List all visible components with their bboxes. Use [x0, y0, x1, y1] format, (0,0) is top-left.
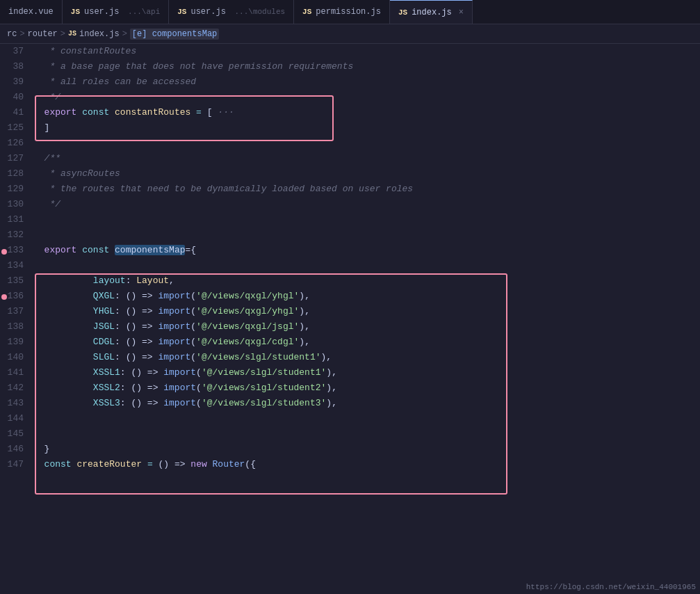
code-line: 135 layout: Layout, — [0, 273, 700, 289]
code-line: 128 * asyncRoutes — [0, 166, 700, 182]
js-icon-breadcrumb: JS — [68, 30, 76, 38]
code-line: 41 export const constantRoutes = [ ··· — [0, 105, 700, 120]
code-line: 144 — [0, 411, 700, 426]
js-icon: JS — [177, 8, 186, 16]
tab-label: user.js — [190, 7, 225, 17]
tab-user-js-api[interactable]: JS user.js ...\api — [63, 0, 169, 24]
code-line: 141 XSSL1: () => import('@/views/slgl/st… — [0, 365, 700, 380]
tab-close-button[interactable]: × — [459, 8, 464, 17]
js-icon: JS — [398, 8, 407, 17]
breakpoint-dot-1 — [1, 249, 7, 255]
breadcrumb-sep2: > — [60, 29, 65, 39]
code-line: 145 — [0, 426, 700, 442]
breadcrumb-symbol: [e] componentsMap — [130, 29, 219, 40]
code-line: 37 * constantRoutes — [0, 44, 700, 59]
tab-label: index.js — [412, 8, 452, 17]
js-icon: JS — [71, 8, 80, 16]
code-line: 130 */ — [0, 197, 700, 212]
code-line: 146 } — [0, 442, 700, 457]
breadcrumb-router: router — [28, 29, 58, 39]
breadcrumb: rc > router > JS index.js > [e] componen… — [0, 24, 700, 44]
code-line: 137 YHGL: () => import('@/views/qxgl/yhg… — [0, 304, 700, 319]
code-line: 138 JSGL: () => import('@/views/qxgl/jsg… — [0, 319, 700, 335]
code-line: 126 — [0, 136, 700, 151]
code-line: 133 export const componentsMap={ — [0, 243, 700, 258]
code-line: 127 /** — [0, 151, 700, 166]
tab-bar: index.vue JS user.js ...\api JS user.js … — [0, 0, 700, 24]
tab-permission-js[interactable]: JS permission.js — [294, 0, 390, 24]
tab-index-vue[interactable]: index.vue — [0, 0, 63, 24]
code-editor: 37 * constantRoutes 38 * a base page tha… — [0, 44, 700, 594]
code-line: 143 XSSL3: () => import('@/views/slgl/st… — [0, 396, 700, 411]
watermark: https://blog.csdn.net/weixin_44001965 — [526, 583, 696, 591]
code-line: 134 — [0, 258, 700, 273]
tab-label: index.vue — [8, 7, 54, 17]
breakpoint-dot-2 — [1, 294, 7, 300]
breadcrumb-file: index.js — [79, 29, 120, 39]
code-line: 139 CDGL: () => import('@/views/qxgl/cdg… — [0, 335, 700, 350]
code-line: 147 const createRouter = () => new Route… — [0, 457, 700, 472]
js-icon: JS — [302, 8, 311, 16]
code-line: 129 * the routes that need to be dynamic… — [0, 182, 700, 197]
tab-label: permission.js — [316, 7, 381, 17]
tab-user-js-modules[interactable]: JS user.js ...\modules — [169, 0, 294, 24]
breadcrumb-sep3: > — [122, 29, 127, 39]
code-line: 125 ] — [0, 120, 700, 136]
code-line: 38 * a base page that does not have perm… — [0, 59, 700, 74]
code-line: 132 — [0, 227, 700, 243]
code-line: 40 */ — [0, 90, 700, 105]
breadcrumb-sep: > — [19, 29, 24, 39]
tab-label: user.js — [84, 7, 119, 17]
tab-index-js[interactable]: JS index.js × — [390, 0, 473, 24]
code-line: 131 — [0, 212, 700, 227]
code-line: 39 * all roles can be accessed — [0, 74, 700, 90]
breadcrumb-rc: rc — [7, 29, 17, 39]
tab-sublabel: ...\api — [123, 8, 160, 16]
code-line: 142 XSSL2: () => import('@/views/slgl/st… — [0, 380, 700, 396]
code-line: 136 QXGL: () => import('@/views/qxgl/yhg… — [0, 289, 700, 304]
tab-sublabel: ...\modules — [230, 8, 285, 16]
code-line: 140 SLGL: () => import('@/views/slgl/stu… — [0, 350, 700, 365]
